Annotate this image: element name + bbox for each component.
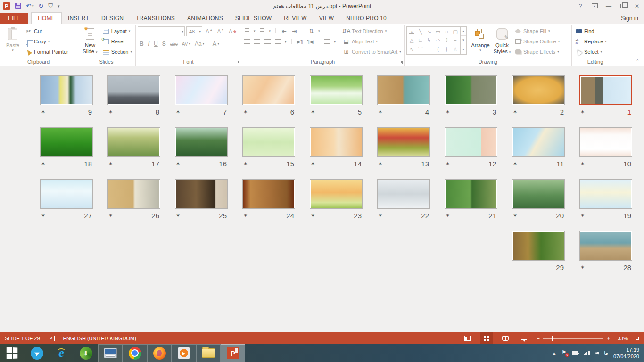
slide-thumbnail[interactable] xyxy=(40,127,93,157)
taskbar-item-on-screen-keyboard[interactable] xyxy=(98,344,123,362)
slide-thumbnail[interactable] xyxy=(40,179,93,209)
scroll-down-icon[interactable]: ▼ xyxy=(461,36,466,45)
rtl-direction-icon[interactable]: ¶◀ xyxy=(307,38,314,45)
bullets-icon[interactable] xyxy=(243,27,250,34)
new-slide-button[interactable]: New Slide ▾ xyxy=(79,25,101,58)
start-slideshow-button[interactable]: ⛉ xyxy=(48,2,53,10)
strikethrough-button[interactable]: abc xyxy=(168,39,180,49)
action-center-flag-icon[interactable] xyxy=(561,351,567,355)
quick-styles-button[interactable]: Quick Styles ▾ xyxy=(491,25,513,58)
align-text-button[interactable]: ⬓ Align Text▾ xyxy=(341,37,403,46)
numbering-icon[interactable] xyxy=(259,27,266,34)
zoom-level[interactable]: 33% xyxy=(618,336,628,341)
slide-thumbnail[interactable] xyxy=(377,179,430,209)
clipboard-dialog-launcher[interactable] xyxy=(72,61,75,64)
slide-thumbnail[interactable] xyxy=(310,127,363,157)
slide-thumbnail[interactable] xyxy=(445,75,497,105)
taskbar-item-kmplayer[interactable]: ▶ xyxy=(172,344,196,362)
close-button[interactable]: ✕ xyxy=(630,0,644,12)
taskbar-item-internet-explorer[interactable]: e xyxy=(49,344,74,362)
slide-thumbnail[interactable] xyxy=(175,75,228,105)
drawing-dialog-launcher[interactable] xyxy=(567,61,570,64)
find-button[interactable]: Find xyxy=(574,26,608,36)
zoom-slider[interactable] xyxy=(543,338,603,339)
columns-icon[interactable] xyxy=(324,38,331,45)
taskbar-item-idm[interactable] xyxy=(74,344,98,362)
slide-thumbnail[interactable] xyxy=(175,179,228,209)
shapes-gallery-scrollbar[interactable]: ▲ ▼ ▼ xyxy=(460,27,466,54)
slide-thumbnail[interactable] xyxy=(579,179,632,209)
arrange-button[interactable]: Arrange▾ xyxy=(470,25,491,58)
more-shapes-icon[interactable]: ▼ xyxy=(461,45,466,54)
font-color-button[interactable]: A▾ xyxy=(210,39,221,49)
restore-button[interactable] xyxy=(616,0,630,12)
replace-button[interactable]: abac Replace▾ xyxy=(574,37,608,46)
tab-animations[interactable]: ANIMATIONS xyxy=(181,13,229,24)
paste-button[interactable]: Paste▾ xyxy=(2,25,24,58)
italic-button[interactable]: I xyxy=(146,39,151,49)
zoom-out-button[interactable]: − xyxy=(537,336,540,341)
minimize-button[interactable]: — xyxy=(602,0,616,12)
slide-thumbnail[interactable] xyxy=(107,179,160,209)
ltr-direction-icon[interactable]: ▶¶ xyxy=(297,38,304,45)
increase-font-size-button[interactable]: A▴ xyxy=(204,27,214,36)
slide-show-button[interactable] xyxy=(518,332,530,344)
reset-button[interactable]: Reset xyxy=(101,37,133,46)
slide-thumbnail[interactable] xyxy=(579,127,632,157)
taskbar-item-telegram[interactable] xyxy=(25,344,49,362)
zoom-in-button[interactable]: ＋ xyxy=(606,335,611,342)
line-spacing-icon[interactable]: ⇅ xyxy=(308,27,315,34)
battery-icon[interactable] xyxy=(572,351,578,355)
slide-thumbnail[interactable] xyxy=(445,127,497,157)
collapse-ribbon-icon[interactable]: ⌃ xyxy=(636,59,639,64)
slide-thumbnail[interactable] xyxy=(377,127,430,157)
slide-thumbnail[interactable] xyxy=(579,231,632,261)
input-language-indicator[interactable]: فا xyxy=(604,350,608,356)
slide-thumbnail[interactable] xyxy=(310,179,363,209)
cut-button[interactable]: ✂ Cut xyxy=(24,26,70,36)
layout-button[interactable]: Layout▾ xyxy=(101,26,133,36)
slide-thumbnail[interactable] xyxy=(512,127,565,157)
slide-thumbnail[interactable] xyxy=(512,75,565,105)
decrease-indent-icon[interactable]: ⇤ xyxy=(281,27,288,34)
scroll-up-icon[interactable]: ▲ xyxy=(461,27,466,36)
bold-button[interactable]: B xyxy=(138,39,146,49)
slide-thumbnail[interactable] xyxy=(377,75,430,105)
tab-review[interactable]: REVIEW xyxy=(278,13,313,24)
font-dialog-launcher[interactable] xyxy=(236,61,239,64)
shape-outline-button[interactable]: Shape Outline▾ xyxy=(513,37,561,46)
spell-check-icon[interactable]: ✗ xyxy=(49,336,55,341)
help-button[interactable]: ? xyxy=(573,0,587,12)
decrease-font-size-button[interactable]: A▾ xyxy=(215,27,226,36)
shapes-gallery[interactable]: A ╲ ↘ ▭ ○ ▢ △ ∟ ↳ ⇨ ⇩ ⌐ ∿ ⌒ ~ { } xyxy=(406,26,467,55)
shadow-button[interactable]: S xyxy=(160,39,168,49)
save-icon[interactable] xyxy=(15,3,21,9)
customize-qat-button[interactable]: ▾ xyxy=(58,4,60,8)
volume-icon[interactable] xyxy=(595,352,599,355)
undo-button[interactable]: ↶▾ xyxy=(26,2,33,9)
clock[interactable]: 17:19 07/04/2020 xyxy=(613,346,639,360)
font-size-combo[interactable]: 48▾ xyxy=(186,26,202,36)
tab-transitions[interactable]: TRANSITIONS xyxy=(130,13,181,24)
change-case-button[interactable]: Aa▾ xyxy=(193,39,206,49)
tray-expand-icon[interactable]: ▲ xyxy=(552,351,556,356)
text-direction-button[interactable]: ⇵A Text Direction▾ xyxy=(341,26,403,36)
tab-design[interactable]: DESIGN xyxy=(95,13,130,24)
slide-thumbnail[interactable] xyxy=(310,75,363,105)
justify-icon[interactable] xyxy=(274,38,281,45)
taskbar-item-powerpoint[interactable]: P xyxy=(221,344,245,362)
paragraph-dialog-launcher[interactable] xyxy=(399,61,403,64)
tab-insert[interactable]: INSERT xyxy=(62,13,95,24)
slide-thumbnail[interactable] xyxy=(107,127,160,157)
slide-thumbnail[interactable] xyxy=(579,75,632,105)
slide-thumbnail[interactable] xyxy=(512,231,565,261)
normal-view-button[interactable] xyxy=(462,332,474,344)
copy-button[interactable]: Copy▾ xyxy=(24,37,70,46)
slide-thumbnail[interactable] xyxy=(242,75,295,105)
slide-thumbnail[interactable] xyxy=(107,75,160,105)
tab-slide-show[interactable]: SLIDE SHOW xyxy=(229,13,278,24)
start-button[interactable] xyxy=(0,344,25,362)
convert-smartart-button[interactable]: ⊞ Convert to SmartArt▾ xyxy=(341,47,403,57)
fit-slide-to-window-button[interactable] xyxy=(635,336,640,341)
reading-view-button[interactable] xyxy=(499,332,512,344)
